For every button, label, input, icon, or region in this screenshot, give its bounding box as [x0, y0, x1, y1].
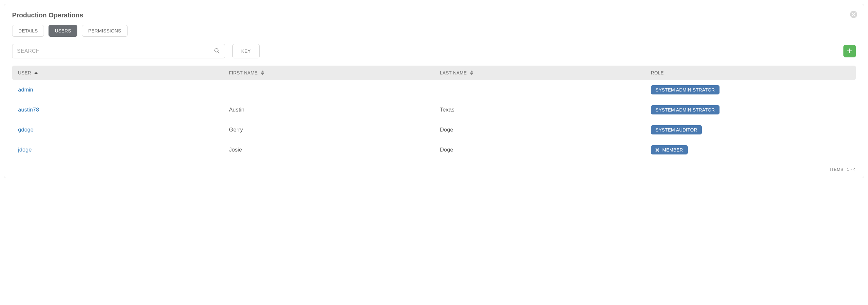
- role-label: SYSTEM ADMINISTRATOR: [656, 107, 715, 113]
- table-row: jdogeJosieDogeMEMBER: [12, 140, 856, 160]
- role-badge: MEMBER: [651, 145, 688, 154]
- role-badge: SYSTEM ADMINISTRATOR: [651, 85, 719, 94]
- table-row: adminSYSTEM ADMINISTRATOR: [12, 80, 856, 100]
- column-header-role: ROLE: [651, 70, 664, 75]
- role-badge: SYSTEM ADMINISTRATOR: [651, 105, 719, 115]
- sort-icon: [470, 70, 473, 75]
- tab-details[interactable]: DETAILS: [12, 25, 44, 37]
- role-label: SYSTEM ADMINISTRATOR: [656, 87, 715, 92]
- plus-icon: [847, 48, 852, 55]
- column-header-label: ROLE: [651, 70, 664, 75]
- search-icon: [214, 48, 220, 55]
- column-header-label: LAST NAME: [440, 70, 467, 75]
- role-label: SYSTEM AUDITOR: [656, 127, 698, 132]
- role-badge: SYSTEM AUDITOR: [651, 125, 702, 134]
- user-link[interactable]: admin: [18, 87, 33, 93]
- tab-users[interactable]: USERS: [49, 25, 78, 37]
- user-link[interactable]: gdoge: [18, 127, 33, 133]
- user-link[interactable]: austin78: [18, 106, 39, 113]
- pagination-label: ITEMS: [830, 167, 843, 172]
- key-button[interactable]: KEY: [232, 44, 259, 58]
- tab-permissions[interactable]: PERMISSIONS: [82, 25, 127, 37]
- last-name-cell: Doge: [434, 120, 645, 140]
- users-table: USER FIRST NAME: [12, 66, 856, 160]
- pagination-range: 1 - 4: [847, 167, 856, 172]
- search-group: [12, 44, 225, 58]
- sort-icon: [261, 70, 264, 75]
- role-label: MEMBER: [662, 147, 683, 152]
- tabs: DETAILS USERS PERMISSIONS: [12, 25, 856, 37]
- column-header-last-name[interactable]: LAST NAME: [440, 70, 473, 75]
- last-name-cell: Doge: [434, 140, 645, 160]
- toolbar: KEY: [12, 44, 856, 58]
- first-name-cell: Josie: [223, 140, 434, 160]
- sort-asc-icon: [34, 72, 38, 74]
- first-name-cell: Gerry: [223, 120, 434, 140]
- remove-role-icon[interactable]: [656, 148, 659, 152]
- add-button[interactable]: [843, 45, 856, 57]
- last-name-cell: Texas: [434, 100, 645, 120]
- pagination-summary: ITEMS 1 - 4: [12, 167, 856, 172]
- column-header-label: USER: [18, 70, 31, 75]
- user-link[interactable]: jdoge: [18, 147, 32, 153]
- column-header-user[interactable]: USER: [18, 70, 38, 75]
- table-row: austin78AustinTexasSYSTEM ADMINISTRATOR: [12, 100, 856, 120]
- column-header-label: FIRST NAME: [229, 70, 258, 75]
- first-name-cell: [223, 80, 434, 100]
- search-input[interactable]: [12, 44, 209, 58]
- close-icon[interactable]: [850, 11, 857, 18]
- column-header-first-name[interactable]: FIRST NAME: [229, 70, 265, 75]
- panel-title: Production Operations: [12, 11, 856, 19]
- table-row: gdogeGerryDogeSYSTEM AUDITOR: [12, 120, 856, 140]
- panel: Production Operations DETAILS USERS PERM…: [4, 4, 864, 178]
- last-name-cell: [434, 80, 645, 100]
- first-name-cell: Austin: [223, 100, 434, 120]
- search-button[interactable]: [209, 44, 225, 58]
